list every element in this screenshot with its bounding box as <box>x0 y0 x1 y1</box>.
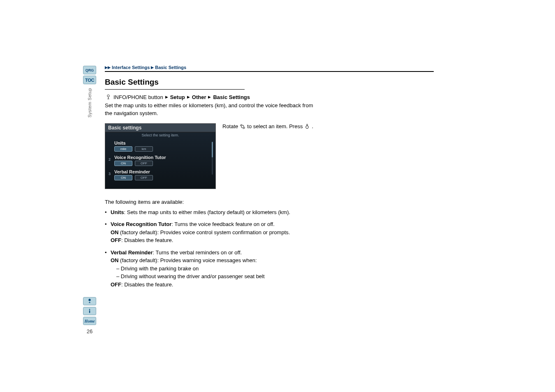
item-label: Verbal Reminder <box>111 249 153 256</box>
info-icon[interactable] <box>83 307 96 315</box>
divider <box>105 71 434 72</box>
item-desc: : Turns the voice feedback feature on or… <box>171 221 275 227</box>
list-item: Verbal Reminder: Turns the verbal remind… <box>105 249 327 289</box>
screen-title: Basic settings <box>105 124 215 132</box>
home-button[interactable]: Home <box>83 317 96 325</box>
item-dash: – Driving with the parking brake on <box>111 265 199 272</box>
item-off-label: OFF <box>111 237 121 243</box>
svg-point-5 <box>306 126 309 129</box>
item-off-label: OFF <box>111 281 121 288</box>
verbal-on-toggle: ON <box>114 175 132 180</box>
verbal-label: Verbal Reminder <box>114 169 206 174</box>
instruction-text: . <box>312 123 313 129</box>
units-mile-toggle: mile <box>114 146 132 152</box>
breadcrumb-seg1: Interface Settings <box>112 65 150 70</box>
page-title: Basic Settings <box>105 78 434 87</box>
item-desc: : Sets the map units to either miles (fa… <box>124 209 291 215</box>
svg-rect-2 <box>89 310 90 313</box>
item-label: Units <box>111 209 124 215</box>
vrt-on-toggle: ON <box>114 161 132 166</box>
items-intro: The following items are available: <box>105 199 434 205</box>
voice-icon[interactable] <box>83 297 96 305</box>
intro-text: Set the map units to either miles or kil… <box>105 102 314 118</box>
item-list: Units: Sets the map units to either mile… <box>105 208 434 289</box>
svg-point-0 <box>89 299 90 301</box>
row-number: 2 <box>109 157 111 161</box>
verbal-row: 3 Verbal Reminder ON OFF <box>114 169 206 180</box>
list-item: Units: Sets the map units to either mile… <box>105 208 327 217</box>
list-item: Voice Recognition Tutor: Turns the voice… <box>105 220 327 244</box>
item-on-desc: (factory default): Provides voice contro… <box>119 229 290 235</box>
vrt-row: 2 Voice Recognition Tutor ON OFF <box>114 155 206 166</box>
page-number: 26 <box>87 328 92 334</box>
units-row: Units mile km <box>114 141 206 152</box>
divider <box>105 89 245 90</box>
triangle-icon: ▶ <box>187 95 190 99</box>
triangle-icon: ▶▶ <box>105 65 111 69</box>
item-on-label: ON <box>111 229 119 235</box>
toc-button[interactable]: TOC <box>83 76 96 84</box>
svg-point-4 <box>241 125 244 128</box>
path-setup: Setup <box>170 94 185 100</box>
press-dial-icon <box>304 123 310 130</box>
units-km-toggle: km <box>135 146 153 152</box>
info-phone-icon <box>105 94 111 100</box>
item-desc: : Turns the verbal reminders on or off. <box>153 249 242 256</box>
triangle-icon: ▶ <box>208 95 211 99</box>
path-other: Other <box>192 94 206 100</box>
section-label: System Setup <box>87 88 92 118</box>
path-button: INFO/PHONE button <box>113 94 163 100</box>
triangle-icon: ▶ <box>165 95 168 99</box>
breadcrumb: ▶▶ Interface Settings ▶ Basic Settings <box>105 65 434 70</box>
rotate-dial-icon <box>239 123 246 130</box>
rotate-instruction: Rotate to select an item. Press . <box>222 123 313 130</box>
verbal-off-toggle: OFF <box>135 175 153 180</box>
triangle-icon: ▶ <box>151 65 154 69</box>
item-off-desc: : Disables the feature. <box>121 237 173 243</box>
row-number: 3 <box>109 172 111 176</box>
units-label: Units <box>114 141 206 145</box>
item-off-desc: : Disables the feature. <box>121 281 173 288</box>
item-on-label: ON <box>111 257 119 263</box>
screen-subtitle: Select the setting item. <box>105 132 215 139</box>
item-label: Voice Recognition Tutor <box>111 221 171 227</box>
item-on-desc: (factory default): Provides warning voic… <box>119 257 257 263</box>
vrt-label: Voice Recognition Tutor <box>114 155 206 160</box>
nav-path: INFO/PHONE button ▶ Setup ▶ Other ▶ Basi… <box>105 94 434 100</box>
svg-point-3 <box>107 95 109 97</box>
breadcrumb-seg2: Basic Settings <box>155 65 186 70</box>
item-dash: – Driving without wearing the driver and… <box>111 273 265 279</box>
path-basic: Basic Settings <box>213 94 250 100</box>
qrg-button[interactable]: QRG <box>83 66 96 74</box>
settings-screenshot: Basic settings Select the setting item. … <box>105 123 216 189</box>
svg-point-1 <box>89 309 90 310</box>
instruction-text: to select an item. Press <box>247 123 303 129</box>
scrollbar <box>212 142 213 175</box>
instruction-text: Rotate <box>222 123 238 129</box>
vrt-off-toggle: OFF <box>135 161 153 166</box>
